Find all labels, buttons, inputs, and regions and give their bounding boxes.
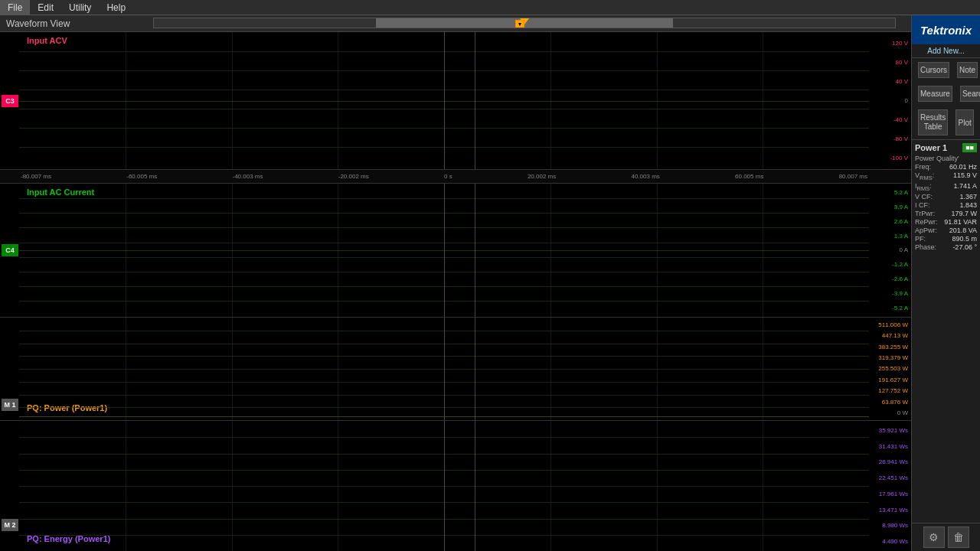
menu-file[interactable]: File	[0, 0, 30, 15]
cursor-line-ch4	[475, 184, 475, 317]
power-irms: IRMS: 1.741 A	[915, 182, 977, 192]
power-trpwr: TrPwr: 179.7 W	[915, 210, 977, 217]
tektronix-logo: Tektronix	[920, 24, 972, 37]
ch4-badge: C4	[2, 244, 18, 256]
results-table-button[interactable]: ResultsTable	[918, 109, 948, 135]
ch3-waveform-canvas	[19, 32, 869, 169]
power-vrms: VRMS: 115.9 V	[915, 171, 977, 181]
menu-edit[interactable]: Edit	[30, 0, 61, 15]
trash-icon-button[interactable]: 🗑	[948, 527, 969, 548]
waveform-area: Waveform View ▼ C3 Input ACV	[0, 15, 911, 551]
power-vcf: V CF: 1.367	[915, 193, 977, 201]
cursors-button[interactable]: Cursors	[918, 62, 949, 78]
settings-icon-button[interactable]: ⚙	[923, 527, 945, 548]
power1-title-row: Power 1 ■■	[915, 143, 977, 152]
main-layout: Waveform View ▼ C3 Input ACV	[0, 15, 980, 551]
power-icf: I CF: 1.843	[915, 201, 977, 209]
ch4-waveform-canvas	[19, 184, 869, 317]
power-pf: PF: 890.5 m	[915, 235, 977, 243]
waveform-view-label: Waveform View	[6, 18, 70, 29]
math1-badge: M 1	[2, 399, 18, 411]
search-button[interactable]: Search	[960, 86, 980, 102]
trigger-icon: ▼	[515, 20, 524, 28]
add-new-button[interactable]: Add New...	[912, 44, 980, 58]
measure-search-row: Measure Search	[912, 82, 980, 106]
ch3-badge: C3	[2, 95, 18, 107]
math2-badge: M 2	[2, 519, 18, 531]
scrollbar[interactable]: ▼	[153, 18, 896, 28]
cursors-note-row: Cursors Note	[912, 58, 980, 82]
power-appwr: ApPwr: 201.8 VA	[915, 227, 977, 234]
panel-ch4-current: C4 Input AC Current	[0, 184, 911, 318]
power-freq: Freq: 60.01 Hz	[915, 163, 977, 171]
right-bottom-icons: ⚙ 🗑	[912, 523, 980, 551]
power-phase: Phase: -27.06 °	[915, 243, 977, 251]
waveform-title: Waveform View ▼	[0, 15, 911, 32]
plot-button[interactable]: Plot	[956, 109, 974, 135]
panel-math2-energy: M 2 PQ: Energy (Power1)	[0, 421, 911, 551]
power-repwr: RePwr: 91.81 VAR	[915, 218, 977, 226]
math1-waveform-canvas	[19, 318, 869, 420]
math2-y-labels: 35.921 Ws 31.431 Ws 26.941 Ws 22.451 Ws …	[870, 421, 910, 551]
menu-help[interactable]: Help	[99, 0, 133, 15]
cursor-line-math2	[475, 421, 475, 551]
math2-waveform-canvas	[19, 421, 869, 551]
results-plot-row: ResultsTable Plot	[912, 106, 980, 139]
time-ticks-container: -80.007 ms -60.005 ms -40.003 ms -20.002…	[19, 170, 869, 183]
ch4-y-labels: 5.2 A 3.9 A 2.6 A 1.3 A 0 A -1.2 A -2.6 …	[870, 184, 910, 317]
note-button[interactable]: Note	[957, 62, 978, 78]
menubar: File Edit Utility Help	[0, 0, 980, 15]
tektronix-header: Tektronix	[912, 15, 980, 44]
panel-ch3-acv: C3 Input ACV	[0, 32, 911, 170]
power-quality-header: Power Quality'	[915, 155, 977, 162]
cursor-line-math1	[475, 318, 475, 420]
power1-label: Power 1	[915, 143, 947, 152]
math1-y-labels: 511.006 W 447.13 W 383.255 W 319.379 W 2…	[870, 318, 910, 420]
menu-utility[interactable]: Utility	[61, 0, 99, 15]
ch3-y-labels: 120 V 80 V 40 V 0 -40 V -80 V -100 V	[870, 32, 910, 169]
cursor-line-v	[475, 32, 475, 169]
panel-math1-power: M 1 PQ: Power (Power1)	[0, 318, 911, 421]
power1-panel: Power 1 ■■ Power Quality' Freq: 60.01 Hz…	[912, 139, 980, 523]
power1-badge: ■■	[962, 143, 977, 152]
measure-button[interactable]: Measure	[918, 86, 952, 102]
right-panel: Tektronix Add New... Cursors Note Measur…	[911, 15, 980, 551]
time-axis: -80.007 ms -60.005 ms -40.003 ms -20.002…	[0, 170, 911, 184]
